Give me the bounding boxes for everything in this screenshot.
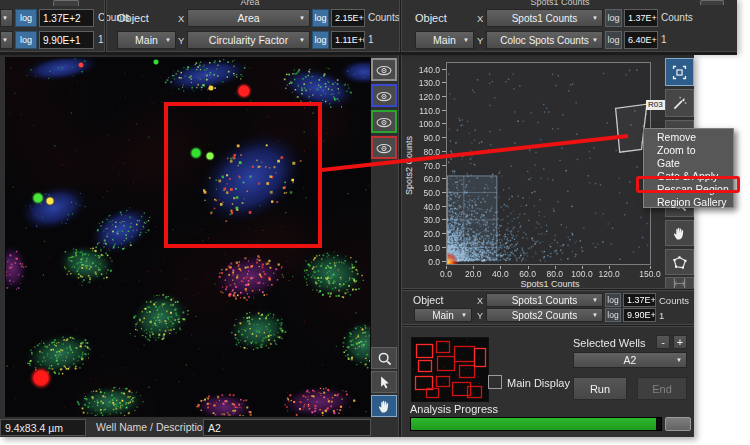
channel-toggle-green[interactable] xyxy=(371,110,397,133)
y-unit-label: 1 xyxy=(368,34,374,45)
chevron-down-icon: ▼ xyxy=(592,297,598,303)
magic-wand-tool[interactable] xyxy=(665,89,694,117)
channel-toggle-all[interactable] xyxy=(371,58,397,81)
x-feature-dropdown[interactable]: Area▼ xyxy=(187,9,310,27)
y-tick-mark xyxy=(442,110,446,111)
scale-field[interactable]: 9.4x83.4 µm xyxy=(0,419,86,436)
y-axis-label: Y xyxy=(178,35,184,46)
x-tick-label: 40.0 xyxy=(486,269,514,279)
select-region-tool[interactable] xyxy=(665,58,694,86)
y-max-value[interactable]: 9.90E+1 xyxy=(623,308,656,322)
application-window: ▼ log 1.37E+2 Counts ▼ log 9.90E+1 1 Are… xyxy=(0,0,750,445)
y-tick-mark xyxy=(442,247,446,248)
x-feature-dropdown[interactable]: Spots1 Counts▼ xyxy=(486,293,603,307)
x-tick-label: 120.0 xyxy=(595,269,623,279)
y-tick-mark xyxy=(442,165,446,166)
pan-tool[interactable] xyxy=(665,220,694,246)
cursor-icon xyxy=(376,374,392,390)
pan-icon xyxy=(376,398,392,414)
clipped-toolbar-icon xyxy=(700,0,724,5)
chevron-down-icon: ▼ xyxy=(592,37,598,43)
y-tick-mark xyxy=(442,178,446,179)
annotation-highlight-box xyxy=(636,176,740,193)
end-button[interactable]: End xyxy=(637,377,687,400)
log-toggle[interactable]: log xyxy=(312,31,329,49)
main-display-label: Main Display xyxy=(507,377,570,389)
image-zoom-tool[interactable] xyxy=(371,347,397,369)
selected-well-dropdown[interactable]: A2▼ xyxy=(573,352,687,368)
zoom-icon xyxy=(376,350,392,366)
eye-icon xyxy=(375,115,393,128)
y-tick-mark xyxy=(442,96,446,97)
y-tick-label: 120.0 xyxy=(414,92,440,102)
log-toggle[interactable]: log xyxy=(605,31,622,49)
image-cursor-tool[interactable] xyxy=(371,371,397,393)
x-unit-label: Counts xyxy=(368,12,400,23)
x-axis-label: X xyxy=(178,13,184,24)
menu-item-zoom-to[interactable]: Zoom to xyxy=(644,143,733,156)
chevron-down-icon: ▼ xyxy=(2,15,8,21)
menu-item-remove[interactable]: Remove xyxy=(644,130,733,143)
object-label: Object xyxy=(117,12,149,24)
y-tick-label: 90.0 xyxy=(414,133,440,143)
y-tick-mark xyxy=(442,137,446,138)
x-max-value[interactable]: 1.37E+2 xyxy=(623,293,656,307)
y-max-value[interactable]: 6.40E+1 xyxy=(624,31,658,49)
group-divider xyxy=(399,0,402,52)
menu-item-region-gallery[interactable]: Region Gallery xyxy=(644,195,733,208)
run-button[interactable]: Run xyxy=(573,377,627,400)
y-feature-dropdown[interactable]: Spots2 Counts▼ xyxy=(486,308,603,322)
log-toggle[interactable]: log xyxy=(15,9,37,27)
log-toggle[interactable]: log xyxy=(15,31,37,49)
polygon-gate-icon xyxy=(671,254,688,271)
object-label: Object xyxy=(415,12,447,24)
x-max-value[interactable]: 1.37E+2 xyxy=(39,9,94,27)
y-max-value[interactable]: 9.90E+1 xyxy=(39,31,94,49)
x-max-value[interactable]: 1.37E+2 xyxy=(624,9,658,27)
channel-toggle-red[interactable] xyxy=(371,136,397,159)
object-dropdown[interactable]: Main▼ xyxy=(414,308,472,322)
chevron-down-icon: ▼ xyxy=(299,37,305,43)
y-tick-mark xyxy=(442,69,446,70)
selected-well-value: A2 xyxy=(624,354,637,366)
y-unit-label: 1 xyxy=(661,34,667,45)
well-name-label: Well Name / Description xyxy=(96,421,208,433)
x-max-value[interactable]: 2.15E+4 xyxy=(331,9,365,27)
clipped-y-dropdown[interactable]: ▼ xyxy=(0,31,13,49)
object-dropdown[interactable]: Main▼ xyxy=(415,31,474,49)
image-pan-tool[interactable] xyxy=(371,395,397,417)
x-unit-label: Counts xyxy=(661,12,693,23)
y-tick-label: 10.0 xyxy=(414,243,440,253)
remove-well-button[interactable]: - xyxy=(656,335,670,349)
x-unit-label: Counts xyxy=(659,295,689,306)
y-tick-label: 110.0 xyxy=(414,106,440,116)
x-feature-dropdown[interactable]: Spots1 Counts▼ xyxy=(486,9,603,27)
main-display-checkbox[interactable] xyxy=(488,375,502,389)
clipped-x-dropdown[interactable]: ▼ xyxy=(0,9,13,27)
log-toggle[interactable]: log xyxy=(605,9,622,27)
y-feature-dropdown[interactable]: Circularity Factor▼ xyxy=(187,31,310,49)
y-feature-value: Coloc Spots Counts xyxy=(500,35,588,46)
log-toggle[interactable]: log xyxy=(312,9,329,27)
chevron-down-icon: ▼ xyxy=(461,312,467,318)
y-feature-dropdown[interactable]: Coloc Spots Counts▼ xyxy=(486,31,603,49)
progress-end-button[interactable] xyxy=(665,417,691,431)
x-tick-label: 80.0 xyxy=(541,269,569,279)
chevron-down-icon: ▼ xyxy=(592,312,598,318)
menu-item-gate[interactable]: Gate xyxy=(644,156,733,169)
y-tick-label: 40.0 xyxy=(414,202,440,212)
chevron-down-icon: ▼ xyxy=(299,15,305,21)
region-overlay xyxy=(447,63,650,264)
well-name-field[interactable]: A2 xyxy=(203,419,371,436)
x-feature-value: Spots1 Counts xyxy=(512,13,578,24)
log-toggle[interactable]: log xyxy=(605,308,621,322)
chevron-down-icon: ▼ xyxy=(165,37,171,43)
channel-toggle-blue[interactable] xyxy=(371,84,397,107)
object-dropdown[interactable]: Main▼ xyxy=(117,31,176,49)
log-toggle[interactable]: log xyxy=(605,293,621,307)
polygon-gate-tool[interactable] xyxy=(665,249,694,275)
add-well-button[interactable]: + xyxy=(673,335,687,349)
y-max-value[interactable]: 1.11E+0 xyxy=(331,31,365,49)
group-divider xyxy=(104,0,107,52)
x-feature-value: Area xyxy=(237,12,259,24)
